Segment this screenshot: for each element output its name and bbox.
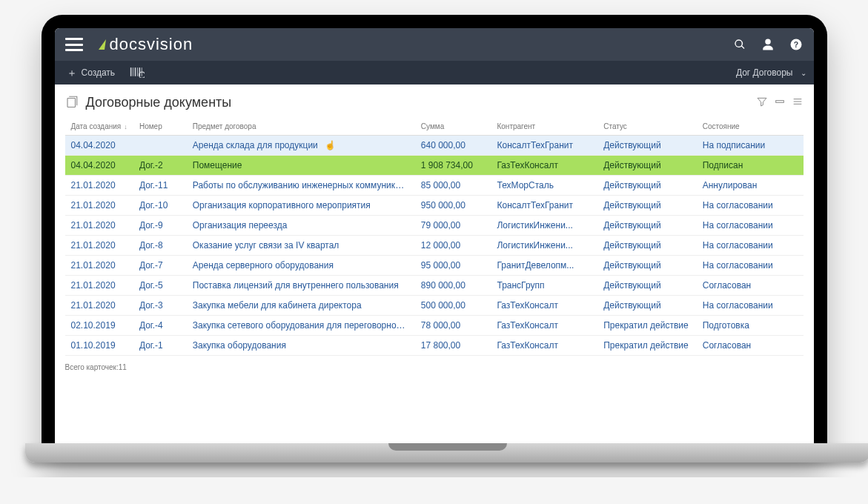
cell-date: 04.04.2020 — [65, 136, 133, 156]
cell-subject: Организация переезда — [187, 216, 415, 236]
page-header: Договорные документы — [65, 92, 804, 118]
cell-party: ЛогистикИнжени... — [491, 236, 597, 256]
barcode-icon[interactable] — [130, 66, 145, 80]
table-row[interactable]: 21.01.2020Дог.-8Оказание услуг связи за … — [65, 236, 804, 256]
footer-count: Всего карточек:11 — [65, 363, 804, 371]
svg-rect-10 — [775, 101, 783, 103]
content-area: Договорные документы — [55, 84, 814, 443]
pointer-cursor-icon: ☝ — [325, 140, 336, 150]
breadcrumb-dropdown[interactable]: Дог Договоры ⌄ — [736, 67, 806, 78]
filter-icon[interactable] — [756, 96, 768, 110]
cell-sum: 95 000,00 — [415, 256, 491, 276]
cell-sum: 12 000,00 — [415, 236, 491, 256]
cell-party: ЛогистикИнжени... — [491, 216, 597, 236]
cell-sum: 78 000,00 — [415, 316, 491, 336]
cell-sum: 950 000,00 — [415, 196, 491, 216]
cell-subject: Организация корпоративного мероприятия — [187, 196, 415, 216]
table-row[interactable]: 01.10.2019Дог.-1Закупка оборудования17 8… — [65, 336, 804, 356]
sort-desc-icon: ↓ — [124, 123, 127, 130]
cell-state: На согласовании — [697, 216, 804, 236]
create-button[interactable]: ＋ Создать — [62, 64, 120, 81]
cell-state: Согласован — [697, 276, 804, 296]
cell-number: Дог.-9 — [133, 216, 187, 236]
cell-status: Действующий — [597, 276, 696, 296]
table-row[interactable]: 02.10.2019Дог.-4Закупка сетевого оборудо… — [65, 316, 804, 336]
cell-sum: 85 000,00 — [415, 176, 491, 196]
cell-subject: Закупка сетевого оборудования для перего… — [187, 316, 415, 336]
cell-state: На согласовании — [697, 236, 804, 256]
cell-number: Дог.-10 — [133, 196, 187, 216]
cell-date: 21.01.2020 — [65, 216, 133, 236]
col-header-subject[interactable]: Предмет договора — [187, 118, 415, 136]
col-header-status[interactable]: Статус — [597, 118, 696, 136]
help-icon[interactable]: ? — [789, 37, 804, 52]
cell-status: Действующий — [597, 296, 696, 316]
cell-party: КонсалтТехГранит — [491, 136, 597, 156]
cell-number: Дог.-2 — [133, 156, 187, 176]
cell-state: На подписании — [697, 136, 804, 156]
cell-party: ТрансГрупп — [491, 276, 597, 296]
cell-status: Действующий — [597, 256, 696, 276]
cell-number: Дог.-5 — [133, 276, 187, 296]
table-row[interactable]: 21.01.2020Дог.-3Закупка мебели для кабин… — [65, 296, 804, 316]
search-icon[interactable] — [732, 37, 747, 52]
cell-party: КонсалтТехГранит — [491, 196, 597, 216]
cell-subject: Работы по обслуживанию инженерных коммун… — [187, 176, 415, 196]
col-header-state[interactable]: Состояние — [697, 118, 804, 136]
cell-subject: Помещение — [187, 156, 415, 176]
table-row[interactable]: 21.01.2020Дог.-7Аренда серверного оборуд… — [65, 256, 804, 276]
create-label: Создать — [82, 67, 116, 78]
cell-date: 21.01.2020 — [65, 196, 133, 216]
list-options-icon[interactable] — [792, 96, 804, 110]
col-header-sum[interactable]: Сумма — [415, 118, 491, 136]
brand-text: docsvision — [110, 35, 193, 54]
svg-rect-2 — [130, 67, 132, 76]
page-title: Договорные документы — [86, 95, 232, 110]
collapse-icon[interactable] — [774, 96, 786, 110]
cell-subject: Аренда склада для продукции ☝ — [187, 136, 415, 156]
table-row[interactable]: 04.04.2020Дог.-2Помещение1 908 734,00Газ… — [65, 156, 804, 176]
table-row[interactable]: 21.01.2020Дог.-5Поставка лицензий для вн… — [65, 276, 804, 296]
brand-mark-icon — [99, 39, 106, 50]
cell-status: Действующий — [597, 216, 696, 236]
cell-status: Действующий — [597, 136, 696, 156]
col-header-counterparty[interactable]: Контрагент — [491, 118, 597, 136]
cell-subject: Аренда серверного оборудования — [187, 256, 415, 276]
document-stack-icon — [65, 95, 79, 110]
cell-number — [133, 136, 187, 156]
svg-text:?: ? — [793, 40, 798, 49]
cell-subject: Закупка оборудования — [187, 336, 415, 356]
col-header-number[interactable]: Номер — [133, 118, 187, 136]
cell-party: ГазТехКонсалт — [491, 296, 597, 316]
table-header-row: Дата создания↓ Номер Предмет договора Су… — [65, 118, 804, 136]
cell-number: Дог.-3 — [133, 296, 187, 316]
cell-subject: Оказание услуг связи за IV квартал — [187, 236, 415, 256]
cell-sum: 17 800,00 — [415, 336, 491, 356]
cell-sum: 79 000,00 — [415, 216, 491, 236]
cell-state: Подписан — [697, 156, 804, 176]
user-icon[interactable] — [761, 37, 775, 52]
cell-party: ГазТехКонсалт — [491, 156, 597, 176]
cell-status: Действующий — [597, 236, 696, 256]
cell-number: Дог.-8 — [133, 236, 187, 256]
cell-sum: 890 000,00 — [415, 276, 491, 296]
cell-number: Дог.-4 — [133, 316, 187, 336]
col-header-date[interactable]: Дата создания↓ — [65, 118, 133, 136]
cell-number: Дог.-11 — [133, 176, 187, 196]
svg-rect-5 — [137, 67, 138, 76]
table-row[interactable]: 21.01.2020Дог.-11Работы по обслуживанию … — [65, 176, 804, 196]
table-row[interactable]: 21.01.2020Дог.-9Организация переезда79 0… — [65, 216, 804, 236]
plus-icon: ＋ — [67, 67, 77, 78]
table-row[interactable]: 21.01.2020Дог.-10Организация корпоративн… — [65, 196, 804, 216]
cell-subject: Поставка лицензий для внутреннего пользо… — [187, 276, 415, 296]
table-row[interactable]: 04.04.2020Аренда склада для продукции ☝6… — [65, 136, 804, 156]
cell-state: Аннулирован — [697, 176, 804, 196]
svg-rect-3 — [133, 67, 133, 76]
cell-party: ТехМорСталь — [491, 176, 597, 196]
cell-date: 01.10.2019 — [65, 336, 133, 356]
cell-date: 04.04.2020 — [65, 156, 133, 176]
hamburger-menu-icon[interactable] — [65, 38, 83, 51]
cell-sum: 640 000,00 — [415, 136, 491, 156]
cell-state: На согласовании — [697, 296, 804, 316]
cell-state: На согласовании — [697, 256, 804, 276]
